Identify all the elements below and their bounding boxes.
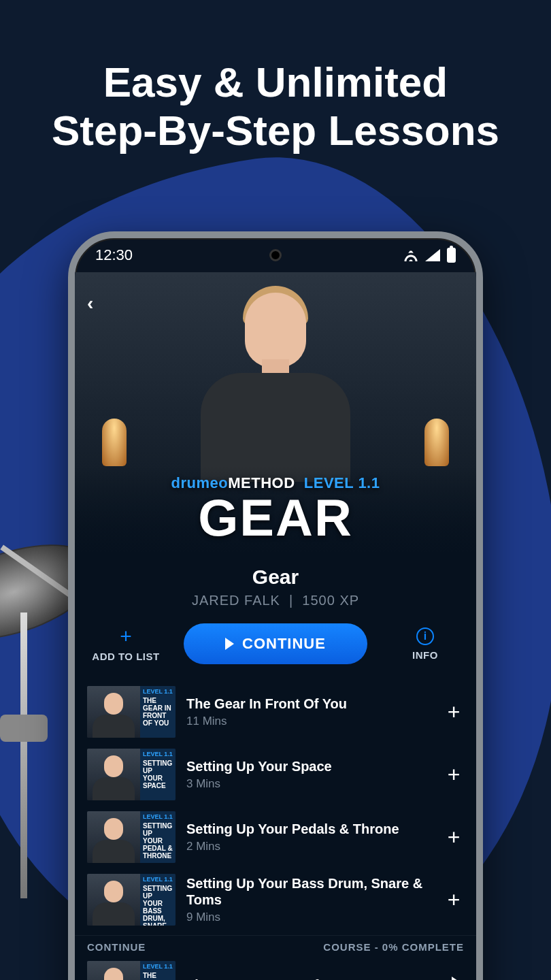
lesson-duration: 11 Mins	[186, 715, 433, 728]
app-screen: ‹ drumeoMETHOD LEVEL 1.1 GEAR Gear JARED…	[75, 272, 476, 980]
plus-icon: +	[88, 626, 163, 647]
wifi-icon	[403, 249, 418, 261]
course-meta: Gear JARED FALK | 1500 XP	[75, 555, 476, 614]
instructor-name: JARED FALK	[192, 593, 280, 608]
status-time: 12:30	[95, 246, 133, 264]
info-label: INFO	[388, 649, 463, 661]
cell-signal-icon	[425, 249, 440, 261]
info-icon: i	[416, 627, 434, 645]
add-lesson-icon[interactable]: +	[444, 700, 464, 725]
lesson-row[interactable]: LEVEL 1.1SETTING UP YOUR BASS DRUM, SNAR…	[75, 868, 476, 931]
play-icon	[225, 638, 234, 650]
add-to-list-button[interactable]: + ADD TO LIST	[88, 626, 163, 662]
course-title: Gear	[75, 566, 476, 589]
continue-button[interactable]: CONTINUE	[184, 623, 367, 664]
course-footer-bar: CONTINUE COURSE - 0% COMPLETE	[75, 935, 476, 956]
lesson-thumb: LEVEL 1.1SETTING UP YOUR BASS DRUM, SNAR…	[87, 874, 176, 926]
continue-label: CONTINUE	[242, 635, 326, 653]
lesson-row[interactable]: LEVEL 1.1SETTING UP YOUR SPACESetting Up…	[75, 743, 476, 806]
info-button[interactable]: i INFO	[388, 627, 463, 661]
lesson-thumb: LEVEL 1.1SETTING UP YOUR SPACE	[87, 749, 176, 800]
footer-continue-label[interactable]: CONTINUE	[87, 941, 146, 953]
lesson-title: Setting Up Your Space	[186, 758, 433, 774]
play-icon[interactable]	[452, 977, 464, 980]
add-lesson-icon[interactable]: +	[444, 762, 464, 787]
course-xp: 1500 XP	[302, 593, 359, 608]
battery-icon	[447, 248, 456, 263]
decorative-lamp	[102, 419, 127, 466]
lesson-row[interactable]: LEVEL 1.1SETTING UP YOUR PEDAL & THRONES…	[75, 806, 476, 868]
lesson-row[interactable]: LEVEL 1.1THE GEAR IN FRONT OF YOUThe Gea…	[75, 681, 476, 743]
lesson-duration: 2 Mins	[186, 840, 433, 853]
add-lesson-icon[interactable]: +	[444, 825, 464, 850]
promo-headline-line1: Easy & Unlimited	[0, 58, 551, 106]
now-playing-row[interactable]: LEVEL 1.1THE GEAR IN FRONT OF YOU The Ge…	[75, 956, 476, 980]
instructor-photo	[201, 272, 350, 470]
phone-camera	[269, 249, 282, 261]
hero-title: GEAR	[171, 492, 380, 544]
lesson-duration: 3 Mins	[186, 777, 433, 791]
now-playing-title: The Gear In Front Of You	[186, 977, 441, 981]
promo-headline: Easy & Unlimited Step-By-Step Lessons	[0, 58, 551, 155]
course-hero: ‹ drumeoMETHOD LEVEL 1.1 GEAR	[75, 272, 476, 555]
lesson-list[interactable]: LEVEL 1.1THE GEAR IN FRONT OF YOUThe Gea…	[75, 681, 476, 931]
footer-progress-label: COURSE - 0% COMPLETE	[323, 941, 464, 953]
phone-frame: 12:30 ‹ drumeoMETHOD LEVEL 1.1 GEAR Gear	[68, 231, 483, 980]
lesson-duration: 9 Mins	[186, 911, 433, 924]
lesson-title: Setting Up Your Bass Drum, Snare & Toms	[186, 875, 433, 908]
lesson-thumb: LEVEL 1.1THE GEAR IN FRONT OF YOU	[87, 686, 176, 738]
course-subtitle: JARED FALK | 1500 XP	[75, 593, 476, 608]
decorative-lamp	[424, 419, 449, 466]
lesson-title: Setting Up Your Pedals & Throne	[186, 821, 433, 837]
lesson-title: The Gear In Front Of You	[186, 696, 433, 712]
lesson-thumb: LEVEL 1.1SETTING UP YOUR PEDAL & THRONE	[87, 811, 176, 863]
promo-headline-line2: Step-By-Step Lessons	[0, 106, 551, 154]
back-button[interactable]: ‹	[87, 293, 93, 314]
add-to-list-label: ADD TO LIST	[88, 651, 163, 662]
add-lesson-icon[interactable]: +	[444, 887, 464, 913]
now-playing-thumb: LEVEL 1.1THE GEAR IN FRONT OF YOU	[87, 961, 176, 980]
action-row: + ADD TO LIST CONTINUE i INFO	[75, 614, 476, 681]
